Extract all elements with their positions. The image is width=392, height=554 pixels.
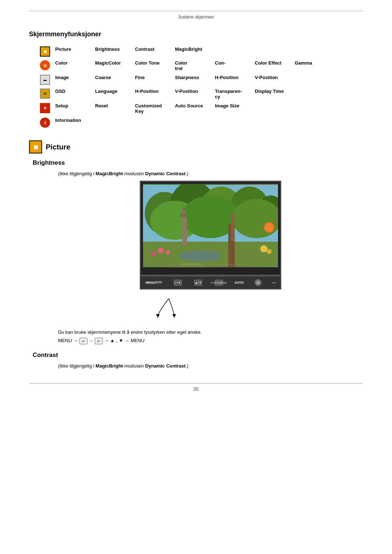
- icon-cell-picture: ▣: [36, 45, 52, 58]
- menu-item-magicbright: MagicBright: [171, 45, 211, 58]
- dash-label: —: [272, 281, 275, 284]
- menu-item-osd-hpos: H-Position: [131, 87, 171, 101]
- svg-point-16: [158, 248, 164, 254]
- magicbright-bold-1: MagicBright: [95, 171, 123, 176]
- monitor-screen: SAMSUNG — — — ——— □ ○: [143, 184, 278, 267]
- menu-item-coloreffect: Color Effect: [251, 58, 291, 73]
- menu-item-con: Con-: [211, 58, 251, 73]
- dynamic-contrast-bold-1: Dynamic Contrast: [145, 171, 185, 176]
- menu-item-hposition: H-Position: [211, 73, 251, 87]
- magicbright-bold-2: MagicBright: [95, 363, 123, 369]
- picture-title: Picture: [46, 143, 70, 151]
- menu-instruction: MENU → ↵ → ↵ → ▲ , ▼ → MENU: [58, 338, 363, 344]
- arrow-svg: [140, 297, 281, 319]
- menu-item-reset: Reset: [91, 101, 131, 116]
- dynamic-contrast-bold-2: Dynamic Contrast: [145, 363, 185, 369]
- page-number: 35: [193, 386, 199, 392]
- svg-point-17: [166, 250, 170, 255]
- table-row: ▣ Picture Brightness Contrast MagicBrigh…: [36, 45, 331, 58]
- picture-icon: ▣: [40, 46, 50, 57]
- picture-large-icon: ▣: [29, 140, 42, 153]
- contrast-title: Contrast: [33, 352, 363, 359]
- menu-name-image: Image: [52, 73, 91, 87]
- menu-instruction-text: MENU → ↵ → ↵ → ▲ , ▼ → MENU: [58, 338, 144, 344]
- table-row: ⊞ OSD Language H-Position V-Position Tra…: [36, 87, 331, 101]
- menu-item-magiccolor: MagicColor: [91, 58, 131, 73]
- picture-heading: ▣ Picture: [29, 140, 363, 153]
- svg-rect-15: [231, 213, 234, 242]
- page-footer: 35: [29, 386, 363, 392]
- menu-item-brightness: Brightness: [91, 45, 131, 58]
- menu-item-language: Language: [91, 87, 131, 101]
- menu-item-sharpness: Sharpness: [171, 73, 211, 87]
- enter-icon-2: ↵: [95, 338, 103, 344]
- enter-icon-1: ↵: [79, 338, 87, 344]
- icon-cell-image: ▬: [36, 73, 52, 87]
- svg-point-19: [260, 245, 268, 253]
- page-container: Justere skjermen Skjermmenyfunksjoner ▣ …: [0, 0, 392, 554]
- menu-item-coarse: Coarse: [91, 73, 131, 87]
- menu-item-vposition: V-Position: [251, 73, 291, 87]
- power-btn[interactable]: ⏻: [255, 279, 261, 286]
- menu-item-colortone: Color Tone: [131, 58, 171, 73]
- enter-down-btn: ↵/▼: [174, 280, 182, 286]
- contrast-block: (Ikke tilgjengelig i MagicBright-modusen…: [58, 363, 363, 369]
- menu-item-gamma: Gamma: [291, 58, 331, 73]
- menu-name-setup: Setup: [52, 101, 91, 116]
- table-row: ▬ Image Coarse Fine Sharpness H-Position…: [36, 73, 331, 87]
- setup-icon: ⚙: [40, 103, 50, 113]
- monitor-brand-text: SAMSUNG — — — ——— □ ○: [180, 262, 241, 266]
- monitor-wrapper: SAMSUNG — — — ——— □ ○ MENU/TTT ↵/▼ ▲/☀ ↵…: [58, 181, 363, 322]
- icon-cell-color: ◎: [36, 58, 52, 73]
- garden-scene-svg: [143, 184, 278, 267]
- svg-point-23: [265, 223, 273, 231]
- icon-cell-info: ℹ: [36, 116, 52, 130]
- svg-point-21: [179, 251, 221, 261]
- menu-name-picture: Picture: [52, 45, 91, 58]
- up-brightness-btn: ▲/☀: [194, 280, 202, 286]
- table-row: ⚙ Setup Reset CustomizedKey Auto Source …: [36, 101, 331, 116]
- menu-item-fine: Fine: [131, 73, 171, 87]
- top-rule: [29, 11, 363, 11]
- menu-item-osd-vpos: V-Position: [171, 87, 211, 101]
- brightness-description: Du kan bruke skjermmenyene til å endre l…: [58, 329, 363, 335]
- svg-marker-25: [172, 314, 176, 318]
- menu-item-customkey: CustomizedKey: [131, 101, 171, 116]
- menu-label: MENU/TTT: [146, 281, 162, 284]
- menu-item-color-trol: Colortrol: [171, 58, 211, 73]
- svg-rect-10: [182, 217, 187, 245]
- arrow-annotation-area: [140, 297, 281, 319]
- menu-table: ▣ Picture Brightness Contrast MagicBrigh…: [36, 45, 331, 130]
- menu-name-color: Color: [52, 58, 91, 73]
- brightness-note: (Ikke tilgjengelig i MagicBright-modusen…: [58, 171, 363, 176]
- header-title: Justere skjermen: [178, 14, 214, 20]
- icon-cell-osd: ⊞: [36, 87, 52, 101]
- menu-item-imagesize: Image Size: [211, 101, 251, 116]
- auto-label: AUTO: [234, 281, 244, 284]
- main-section-title: Skjermmenyfunksjoner: [29, 30, 363, 38]
- menu-item-displaytime: Display Time: [251, 87, 291, 101]
- page-header: Justere skjermen: [29, 14, 363, 20]
- info-icon: ℹ: [40, 118, 50, 128]
- contrast-section: Contrast (Ikke tilgjengelig i MagicBrigh…: [29, 352, 363, 369]
- menu-name-info: Information: [52, 116, 91, 130]
- bottom-rule: [29, 383, 363, 383]
- image-icon: ▬: [40, 75, 50, 85]
- contrast-note: (Ikke tilgjengelig i MagicBright-modusen…: [58, 363, 363, 369]
- menu-item-transparency: Transparen-cy: [211, 87, 251, 101]
- enter-source-btn: ↵/SOURCE: [215, 280, 223, 286]
- table-row: ◎ Color MagicColor Color Tone Colortrol …: [36, 58, 331, 73]
- menu-item-contrast: Contrast: [131, 45, 171, 58]
- monitor-frame: SAMSUNG — — — ——— □ ○: [140, 181, 281, 276]
- svg-point-20: [267, 249, 272, 254]
- osd-icon: ⊞: [40, 89, 50, 99]
- svg-point-18: [151, 251, 156, 257]
- control-panel: MENU/TTT ↵/▼ ▲/☀ ↵/SOURCE AUTO ⏻ —: [140, 276, 281, 290]
- icon-cell-setup: ⚙: [36, 101, 52, 116]
- color-icon: ◎: [40, 60, 50, 70]
- brightness-title: Brightness: [33, 159, 363, 167]
- table-row: ℹ Information: [36, 116, 331, 130]
- menu-item-autosource: Auto Source: [171, 101, 211, 116]
- svg-marker-24: [156, 314, 160, 318]
- menu-name-osd: OSD: [52, 87, 91, 101]
